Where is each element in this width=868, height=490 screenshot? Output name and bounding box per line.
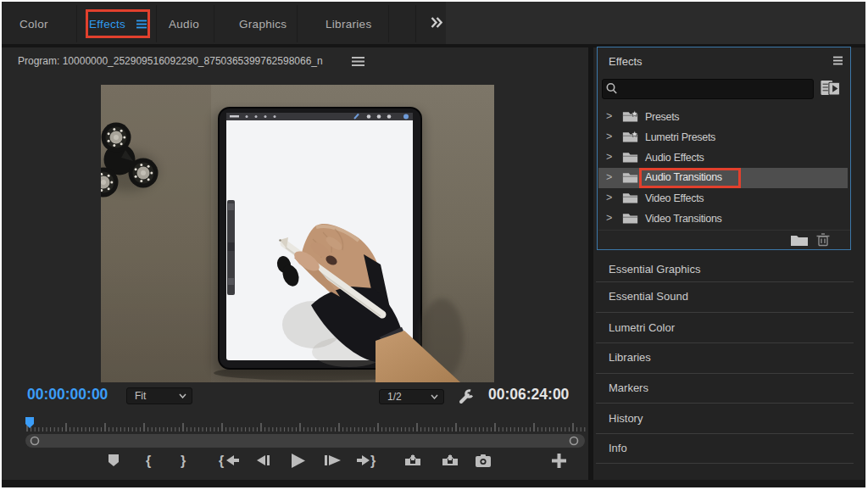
svg-text:{: {: [219, 454, 224, 468]
svg-text:{: {: [146, 454, 151, 468]
svg-text:}: }: [181, 454, 186, 468]
svg-text:}: }: [370, 454, 376, 468]
